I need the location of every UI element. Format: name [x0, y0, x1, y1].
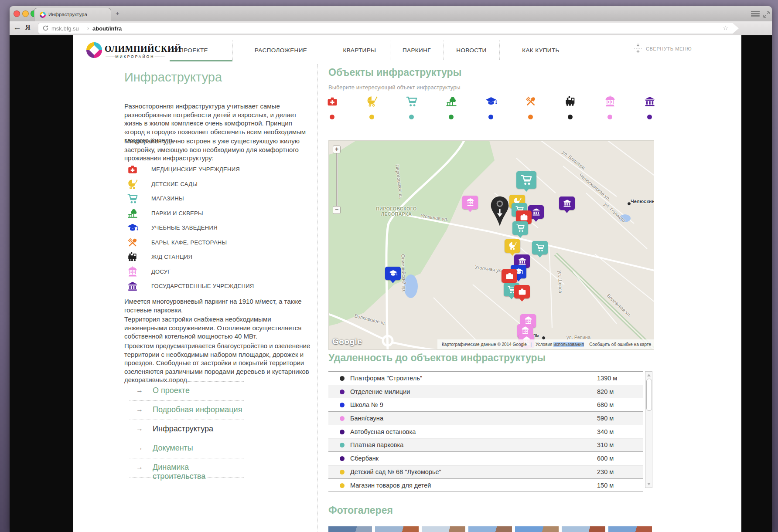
- zoom-slider-track[interactable]: [336, 153, 338, 207]
- collapse-menu-button[interactable]: СВЕРНУТЬ МЕНЮ: [634, 43, 764, 54]
- section-link-3[interactable]: →Инфраструктура: [130, 420, 244, 439]
- new-tab-button[interactable]: +: [116, 10, 119, 17]
- train-icon: [564, 95, 577, 109]
- map-marker-grad[interactable]: [385, 267, 401, 280]
- google-logo[interactable]: Google: [332, 337, 362, 346]
- food-icon: [525, 95, 537, 109]
- category-medical[interactable]: [312, 95, 352, 122]
- map[interactable]: Пироговское ш.ПИРОГОВСКОГО ЛЕСОПАРКАУгол…: [328, 140, 654, 350]
- section-link-1[interactable]: →О проекте: [130, 382, 244, 400]
- section-link-label[interactable]: Динамика строительства: [153, 463, 244, 481]
- category-dot: [340, 376, 345, 381]
- map-marker-carousel[interactable]: [462, 196, 478, 209]
- distance-row[interactable]: Платная парковка310 м: [328, 438, 643, 452]
- map-marker-medical[interactable]: [514, 285, 530, 298]
- table-scrollbar[interactable]: [645, 371, 652, 488]
- map-marker-cart[interactable]: [532, 241, 548, 254]
- map-marker-bank[interactable]: [559, 197, 575, 210]
- distance-row[interactable]: Отделение милиции820 м: [328, 385, 643, 399]
- category-dot: [568, 115, 573, 119]
- nav-item-1[interactable]: О ПРОЕКТЕ: [148, 41, 232, 60]
- yandex-logo[interactable]: Я: [25, 24, 31, 31]
- nav-item-4[interactable]: ПАРКИНГ: [390, 41, 443, 60]
- distance-row[interactable]: Сбербанк600 м: [328, 452, 643, 465]
- arrow-icon: →: [136, 425, 143, 433]
- url-host: msk.bfg.su: [51, 25, 79, 32]
- distance-table: Платформа "Строитель"1390 мОтделение мил…: [328, 371, 643, 492]
- fullscreen-icon[interactable]: [763, 11, 770, 18]
- url-path: about/infra: [92, 25, 122, 32]
- terms-link[interactable]: Условия использования: [536, 342, 584, 347]
- back-button[interactable]: ←: [13, 23, 21, 32]
- park-icon: [445, 95, 457, 109]
- category-dot: [488, 115, 493, 119]
- browser-tab[interactable]: Инфраструктура: [34, 8, 111, 21]
- nav-item-2[interactable]: РАСПОЛОЖЕНИЕ: [232, 41, 329, 60]
- zoom-out-button[interactable]: −: [333, 206, 341, 214]
- close-window-button[interactable]: [14, 10, 20, 17]
- category-railway[interactable]: [550, 95, 590, 122]
- section-link-label[interactable]: О проекте: [153, 386, 190, 395]
- photo-gallery: [328, 526, 652, 532]
- section-link-4[interactable]: →Документы: [130, 439, 244, 458]
- distance-row[interactable]: Детский сад № 68 "Лукоморье"230 м: [328, 465, 643, 479]
- object-distance: 150 м: [597, 482, 614, 489]
- category-education[interactable]: [471, 95, 511, 122]
- distance-row[interactable]: Платформа "Строитель"1390 м: [328, 372, 643, 385]
- column-divider: [317, 64, 318, 532]
- section-link-label[interactable]: Инфраструктура: [153, 424, 213, 434]
- gallery-photo[interactable]: [422, 526, 465, 532]
- site-logo-icon[interactable]: [86, 42, 102, 58]
- category-filter-row: [312, 95, 669, 122]
- object-distance: 310 м: [597, 441, 614, 448]
- report-error-link[interactable]: Сообщить об ошибке на карте: [589, 339, 651, 349]
- map-marker-cart[interactable]: [516, 171, 536, 189]
- gallery-photo[interactable]: [608, 526, 652, 532]
- scrollbar-thumb[interactable]: [646, 379, 652, 411]
- section-link-label[interactable]: Подробная информация: [153, 405, 242, 414]
- map-marker-medical[interactable]: [502, 269, 517, 283]
- category-leisure[interactable]: [590, 95, 630, 122]
- reload-icon[interactable]: [42, 25, 49, 32]
- object-name: Магазин товаров для детей: [350, 482, 431, 489]
- map-marker-cart[interactable]: [512, 221, 528, 235]
- nav-item-5[interactable]: НОВОСТИ: [443, 41, 499, 60]
- nav-item-6[interactable]: КАК КУПИТЬ: [499, 41, 582, 60]
- cart-icon: [127, 193, 138, 206]
- project-location-pin[interactable]: [490, 196, 510, 227]
- category-parks[interactable]: [431, 95, 471, 122]
- legend-label: БАРЫ, КАФЕ, РЕСТОРАНЫ: [151, 239, 227, 246]
- gallery-photo[interactable]: [375, 526, 419, 532]
- distance-row[interactable]: Школа № 9680 м: [328, 398, 643, 412]
- category-shops[interactable]: [392, 95, 431, 122]
- minimize-window-button[interactable]: [22, 10, 29, 17]
- url-separator: ›: [87, 25, 89, 31]
- browser-window: Инфраструктура + ← Я msk.bfg.su › about/…: [10, 6, 772, 532]
- section-link-2[interactable]: →Подробная информация: [130, 401, 244, 420]
- gallery-photo[interactable]: [562, 526, 605, 532]
- site-favicon: [40, 12, 46, 18]
- section-link-5[interactable]: →Динамика строительства: [130, 458, 244, 477]
- bookmark-star-icon[interactable]: ☆: [723, 24, 728, 31]
- gallery-photo[interactable]: [328, 526, 372, 532]
- legend-item: БАРЫ, КАФЕ, РЕСТОРАНЫ: [124, 236, 312, 251]
- object-distance: 590 м: [597, 415, 614, 422]
- scroll-up-arrow[interactable]: [647, 374, 651, 376]
- legend-label: Ж/Д СТАНЦИЯ: [151, 254, 192, 260]
- section-link-label[interactable]: Документы: [153, 444, 193, 453]
- category-dot: [340, 430, 345, 434]
- scroll-down-arrow[interactable]: [647, 483, 651, 485]
- map-marker-stroller[interactable]: [505, 239, 520, 253]
- category-cafe[interactable]: [511, 95, 550, 122]
- gallery-photo[interactable]: [515, 526, 559, 532]
- gallery-photo[interactable]: [468, 526, 512, 532]
- nav-item-3[interactable]: КВАРТИРЫ: [329, 41, 390, 60]
- distance-row[interactable]: Автобусная остановка340 м: [328, 425, 643, 439]
- category-kindergarten[interactable]: [352, 95, 392, 122]
- category-government[interactable]: [630, 95, 669, 122]
- address-field[interactable]: msk.bfg.su › about/infra ☆: [38, 23, 739, 34]
- distance-row[interactable]: Баня/сауна590 м: [328, 412, 643, 425]
- browser-menu-icon[interactable]: [751, 11, 760, 17]
- distance-row[interactable]: Магазин товаров для детей150 м: [328, 479, 643, 492]
- zoom-in-button[interactable]: +: [333, 146, 341, 153]
